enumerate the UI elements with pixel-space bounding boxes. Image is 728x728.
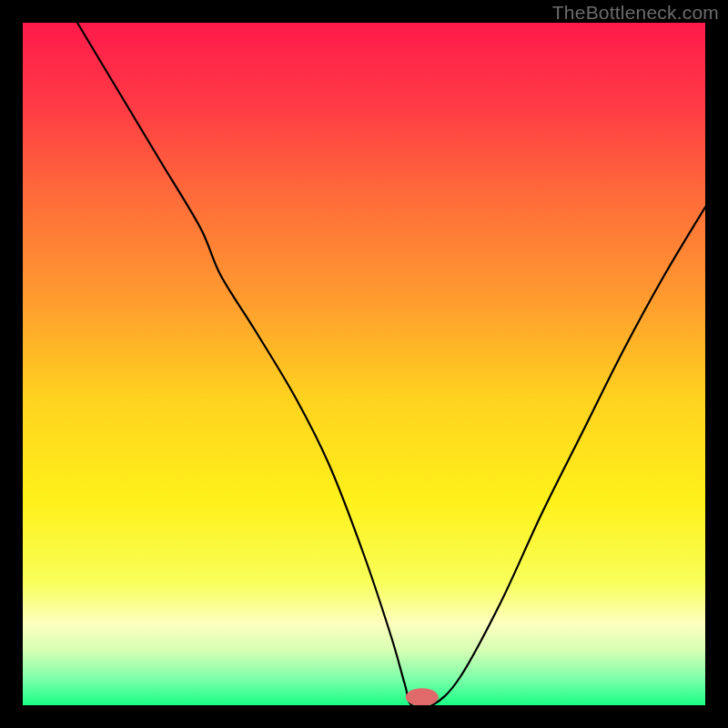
chart-svg xyxy=(23,23,705,705)
watermark-text: TheBottleneck.com xyxy=(552,2,719,24)
chart-background xyxy=(23,23,705,705)
plot-area xyxy=(23,23,705,705)
optimum-marker xyxy=(406,688,439,705)
chart-frame: TheBottleneck.com xyxy=(0,0,728,728)
